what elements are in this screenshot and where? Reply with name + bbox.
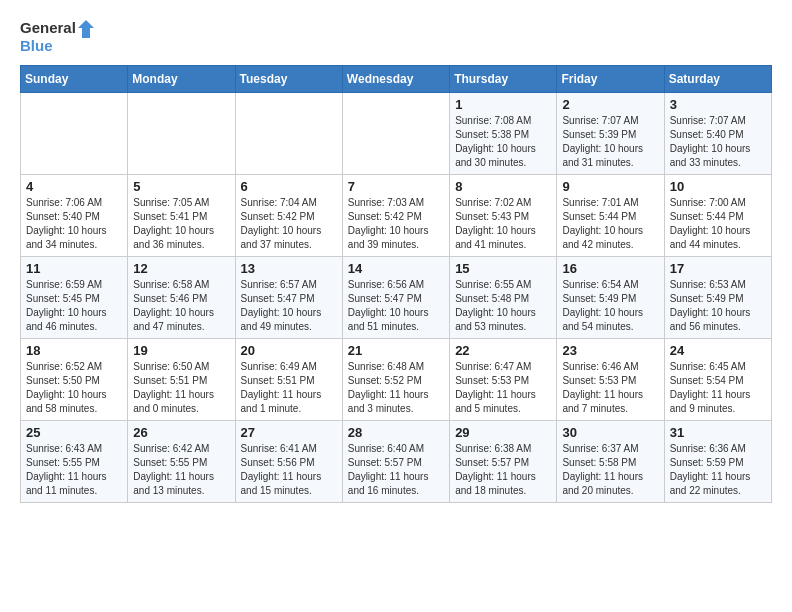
day-cell: 30Sunrise: 6:37 AM Sunset: 5:58 PM Dayli… bbox=[557, 420, 664, 502]
day-cell bbox=[128, 92, 235, 174]
day-cell bbox=[21, 92, 128, 174]
day-detail: Sunrise: 6:58 AM Sunset: 5:46 PM Dayligh… bbox=[133, 278, 229, 334]
day-detail: Sunrise: 6:59 AM Sunset: 5:45 PM Dayligh… bbox=[26, 278, 122, 334]
day-detail: Sunrise: 6:48 AM Sunset: 5:52 PM Dayligh… bbox=[348, 360, 444, 416]
week-row-3: 11Sunrise: 6:59 AM Sunset: 5:45 PM Dayli… bbox=[21, 256, 772, 338]
day-detail: Sunrise: 6:55 AM Sunset: 5:48 PM Dayligh… bbox=[455, 278, 551, 334]
day-detail: Sunrise: 6:53 AM Sunset: 5:49 PM Dayligh… bbox=[670, 278, 766, 334]
week-row-1: 1Sunrise: 7:08 AM Sunset: 5:38 PM Daylig… bbox=[21, 92, 772, 174]
svg-marker-0 bbox=[78, 20, 94, 38]
day-cell: 3Sunrise: 7:07 AM Sunset: 5:40 PM Daylig… bbox=[664, 92, 771, 174]
day-number: 14 bbox=[348, 261, 444, 276]
day-number: 4 bbox=[26, 179, 122, 194]
day-detail: Sunrise: 7:04 AM Sunset: 5:42 PM Dayligh… bbox=[241, 196, 337, 252]
day-number: 23 bbox=[562, 343, 658, 358]
day-cell: 20Sunrise: 6:49 AM Sunset: 5:51 PM Dayli… bbox=[235, 338, 342, 420]
day-cell: 22Sunrise: 6:47 AM Sunset: 5:53 PM Dayli… bbox=[450, 338, 557, 420]
day-detail: Sunrise: 6:40 AM Sunset: 5:57 PM Dayligh… bbox=[348, 442, 444, 498]
day-cell: 12Sunrise: 6:58 AM Sunset: 5:46 PM Dayli… bbox=[128, 256, 235, 338]
day-detail: Sunrise: 6:42 AM Sunset: 5:55 PM Dayligh… bbox=[133, 442, 229, 498]
day-number: 3 bbox=[670, 97, 766, 112]
day-cell: 28Sunrise: 6:40 AM Sunset: 5:57 PM Dayli… bbox=[342, 420, 449, 502]
day-cell: 15Sunrise: 6:55 AM Sunset: 5:48 PM Dayli… bbox=[450, 256, 557, 338]
day-detail: Sunrise: 6:56 AM Sunset: 5:47 PM Dayligh… bbox=[348, 278, 444, 334]
day-number: 11 bbox=[26, 261, 122, 276]
day-detail: Sunrise: 7:08 AM Sunset: 5:38 PM Dayligh… bbox=[455, 114, 551, 170]
day-number: 31 bbox=[670, 425, 766, 440]
day-number: 13 bbox=[241, 261, 337, 276]
day-detail: Sunrise: 6:57 AM Sunset: 5:47 PM Dayligh… bbox=[241, 278, 337, 334]
day-header-tuesday: Tuesday bbox=[235, 65, 342, 92]
day-cell: 23Sunrise: 6:46 AM Sunset: 5:53 PM Dayli… bbox=[557, 338, 664, 420]
day-cell: 18Sunrise: 6:52 AM Sunset: 5:50 PM Dayli… bbox=[21, 338, 128, 420]
day-header-monday: Monday bbox=[128, 65, 235, 92]
day-number: 24 bbox=[670, 343, 766, 358]
day-detail: Sunrise: 6:38 AM Sunset: 5:57 PM Dayligh… bbox=[455, 442, 551, 498]
day-number: 25 bbox=[26, 425, 122, 440]
day-cell: 13Sunrise: 6:57 AM Sunset: 5:47 PM Dayli… bbox=[235, 256, 342, 338]
day-number: 18 bbox=[26, 343, 122, 358]
day-cell: 19Sunrise: 6:50 AM Sunset: 5:51 PM Dayli… bbox=[128, 338, 235, 420]
day-cell: 26Sunrise: 6:42 AM Sunset: 5:55 PM Dayli… bbox=[128, 420, 235, 502]
day-cell: 25Sunrise: 6:43 AM Sunset: 5:55 PM Dayli… bbox=[21, 420, 128, 502]
day-number: 1 bbox=[455, 97, 551, 112]
day-detail: Sunrise: 6:49 AM Sunset: 5:51 PM Dayligh… bbox=[241, 360, 337, 416]
day-number: 8 bbox=[455, 179, 551, 194]
day-number: 22 bbox=[455, 343, 551, 358]
day-header-saturday: Saturday bbox=[664, 65, 771, 92]
day-cell: 7Sunrise: 7:03 AM Sunset: 5:42 PM Daylig… bbox=[342, 174, 449, 256]
day-number: 17 bbox=[670, 261, 766, 276]
day-number: 6 bbox=[241, 179, 337, 194]
day-header-wednesday: Wednesday bbox=[342, 65, 449, 92]
day-detail: Sunrise: 7:03 AM Sunset: 5:42 PM Dayligh… bbox=[348, 196, 444, 252]
day-cell: 1Sunrise: 7:08 AM Sunset: 5:38 PM Daylig… bbox=[450, 92, 557, 174]
day-detail: Sunrise: 7:06 AM Sunset: 5:40 PM Dayligh… bbox=[26, 196, 122, 252]
day-cell: 11Sunrise: 6:59 AM Sunset: 5:45 PM Dayli… bbox=[21, 256, 128, 338]
day-detail: Sunrise: 6:50 AM Sunset: 5:51 PM Dayligh… bbox=[133, 360, 229, 416]
day-number: 5 bbox=[133, 179, 229, 194]
day-number: 10 bbox=[670, 179, 766, 194]
day-detail: Sunrise: 6:36 AM Sunset: 5:59 PM Dayligh… bbox=[670, 442, 766, 498]
day-number: 26 bbox=[133, 425, 229, 440]
day-cell: 16Sunrise: 6:54 AM Sunset: 5:49 PM Dayli… bbox=[557, 256, 664, 338]
logo-text-block: General Blue bbox=[20, 20, 94, 55]
day-number: 19 bbox=[133, 343, 229, 358]
logo: General Blue bbox=[20, 20, 94, 55]
day-cell bbox=[342, 92, 449, 174]
day-cell: 5Sunrise: 7:05 AM Sunset: 5:41 PM Daylig… bbox=[128, 174, 235, 256]
page-header: General Blue bbox=[20, 20, 772, 55]
day-detail: Sunrise: 7:01 AM Sunset: 5:44 PM Dayligh… bbox=[562, 196, 658, 252]
day-cell: 6Sunrise: 7:04 AM Sunset: 5:42 PM Daylig… bbox=[235, 174, 342, 256]
week-row-5: 25Sunrise: 6:43 AM Sunset: 5:55 PM Dayli… bbox=[21, 420, 772, 502]
day-cell: 2Sunrise: 7:07 AM Sunset: 5:39 PM Daylig… bbox=[557, 92, 664, 174]
day-detail: Sunrise: 7:02 AM Sunset: 5:43 PM Dayligh… bbox=[455, 196, 551, 252]
day-cell: 21Sunrise: 6:48 AM Sunset: 5:52 PM Dayli… bbox=[342, 338, 449, 420]
calendar-table: SundayMondayTuesdayWednesdayThursdayFrid… bbox=[20, 65, 772, 503]
day-detail: Sunrise: 6:54 AM Sunset: 5:49 PM Dayligh… bbox=[562, 278, 658, 334]
day-number: 16 bbox=[562, 261, 658, 276]
day-detail: Sunrise: 7:00 AM Sunset: 5:44 PM Dayligh… bbox=[670, 196, 766, 252]
day-detail: Sunrise: 7:07 AM Sunset: 5:39 PM Dayligh… bbox=[562, 114, 658, 170]
day-header-thursday: Thursday bbox=[450, 65, 557, 92]
day-number: 12 bbox=[133, 261, 229, 276]
day-detail: Sunrise: 6:52 AM Sunset: 5:50 PM Dayligh… bbox=[26, 360, 122, 416]
day-cell: 9Sunrise: 7:01 AM Sunset: 5:44 PM Daylig… bbox=[557, 174, 664, 256]
header-row: SundayMondayTuesdayWednesdayThursdayFrid… bbox=[21, 65, 772, 92]
day-detail: Sunrise: 7:07 AM Sunset: 5:40 PM Dayligh… bbox=[670, 114, 766, 170]
day-cell: 10Sunrise: 7:00 AM Sunset: 5:44 PM Dayli… bbox=[664, 174, 771, 256]
day-cell: 31Sunrise: 6:36 AM Sunset: 5:59 PM Dayli… bbox=[664, 420, 771, 502]
day-number: 2 bbox=[562, 97, 658, 112]
day-cell: 29Sunrise: 6:38 AM Sunset: 5:57 PM Dayli… bbox=[450, 420, 557, 502]
day-detail: Sunrise: 6:46 AM Sunset: 5:53 PM Dayligh… bbox=[562, 360, 658, 416]
day-cell bbox=[235, 92, 342, 174]
day-number: 9 bbox=[562, 179, 658, 194]
calendar-body: 1Sunrise: 7:08 AM Sunset: 5:38 PM Daylig… bbox=[21, 92, 772, 502]
day-detail: Sunrise: 6:47 AM Sunset: 5:53 PM Dayligh… bbox=[455, 360, 551, 416]
day-number: 15 bbox=[455, 261, 551, 276]
day-detail: Sunrise: 7:05 AM Sunset: 5:41 PM Dayligh… bbox=[133, 196, 229, 252]
day-header-friday: Friday bbox=[557, 65, 664, 92]
calendar-header: SundayMondayTuesdayWednesdayThursdayFrid… bbox=[21, 65, 772, 92]
day-cell: 17Sunrise: 6:53 AM Sunset: 5:49 PM Dayli… bbox=[664, 256, 771, 338]
week-row-2: 4Sunrise: 7:06 AM Sunset: 5:40 PM Daylig… bbox=[21, 174, 772, 256]
day-number: 21 bbox=[348, 343, 444, 358]
